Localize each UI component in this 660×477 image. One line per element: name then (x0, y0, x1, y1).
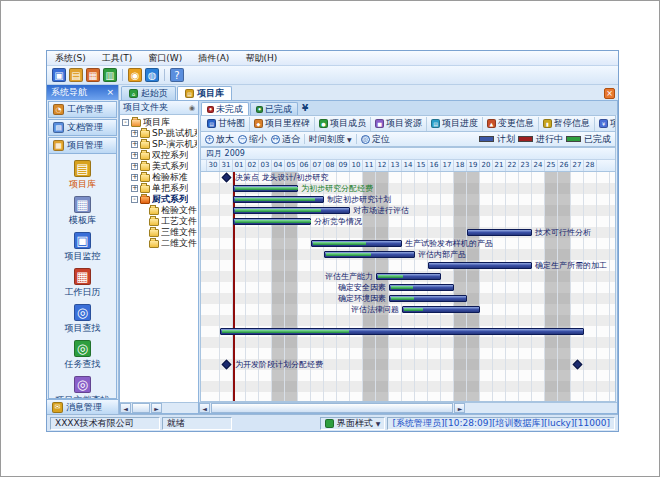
filter-tab[interactable]: ●未完成 (201, 102, 249, 115)
help-icon[interactable]: ? (170, 68, 184, 82)
chart-icon[interactable]: ▥ (103, 68, 117, 82)
view-button[interactable]: ▮暂停信息 (539, 117, 595, 131)
zoom-out-button[interactable]: − 缩小 (238, 133, 267, 146)
sidebar-group[interactable]: ▤文档管理 (48, 119, 117, 136)
gantt-bar-progress (391, 297, 414, 300)
folder-icon[interactable]: ▤ (69, 68, 83, 82)
filter-tab[interactable]: ●已完成 (250, 102, 298, 115)
gantt-bar[interactable] (233, 196, 324, 203)
gantt-scroll-thumb[interactable] (211, 403, 453, 413)
sidebar-item[interactable]: ▦模板库 (69, 196, 96, 227)
sidebar-group[interactable]: ◔工作管理 (48, 101, 117, 118)
view-button[interactable]: ◆项目里程碑 (250, 117, 315, 131)
sidebar-item[interactable]: ▤项目库 (69, 160, 96, 191)
gantt-bar[interactable] (389, 295, 467, 302)
session-info: [系统管理员][10:28:09][培训数据库][lucky][11000] (387, 417, 615, 430)
sidebar-item[interactable]: ▣项目监控 (65, 232, 101, 263)
view-button-label: 甘特图 (218, 117, 245, 130)
document-tab[interactable]: ⌂起始页 (121, 86, 176, 100)
gantt-bar[interactable] (428, 262, 532, 269)
day-cell: 31 (220, 160, 233, 171)
task-label: 评估法律问题 (351, 305, 399, 314)
style-selector[interactable]: 界面样式 ▼ (320, 417, 386, 430)
locate-button[interactable]: ◎ 定位 (361, 133, 390, 146)
change-icon: ▲ (487, 119, 496, 128)
tree-scrollbar[interactable]: ◄ ► (120, 402, 198, 413)
day-cell: 05 (285, 160, 298, 171)
view-button[interactable]: ▤甘特图 (203, 117, 250, 131)
menu-item[interactable]: 窗口(W) (140, 51, 190, 66)
message-management-tab[interactable]: ✉ 消息管理 (47, 399, 118, 414)
project-folder-panel: 项目文件夹 ◉ -项目库+SP-跳试机系+SP-演示机系+双控系列+美式系列+检… (120, 101, 199, 413)
gantt-bar[interactable] (324, 251, 415, 258)
menu-item[interactable]: 工具(T) (94, 51, 141, 66)
view-button[interactable]: ■项目资源 (371, 117, 427, 131)
tree-expander-icon[interactable]: + (131, 130, 138, 137)
tree-expander-icon[interactable]: + (131, 152, 138, 159)
status-bar: XXXX技术有限公司 就绪 界面样式 ▼ [系统管理员][10:28:09][培… (47, 414, 618, 431)
tree-node[interactable]: 二维文件 (121, 238, 197, 249)
gantt-bar[interactable] (467, 229, 532, 236)
close-icon[interactable]: × (106, 88, 114, 97)
tree-expander-icon[interactable]: + (131, 174, 138, 181)
tab-label: 起始页 (141, 87, 168, 100)
tree-expander-icon[interactable]: + (131, 141, 138, 148)
tree-expander-icon[interactable]: - (131, 196, 138, 203)
menu-item[interactable]: 插件(A) (190, 51, 237, 66)
menu-item[interactable]: 系统(S) (47, 51, 94, 66)
time-scale-dropdown[interactable]: 时间刻度 ▼ (309, 133, 352, 146)
day-cell: 14 (402, 160, 415, 171)
message-tab-label: 消息管理 (66, 401, 102, 414)
day-cell: 19 (467, 160, 480, 171)
document-tab[interactable]: ▤项目库 (177, 86, 232, 100)
tree-expander-icon[interactable]: + (131, 185, 138, 192)
gantt-bar[interactable] (233, 185, 298, 192)
sidebar-group[interactable]: ▦项目管理 (48, 137, 117, 154)
folder-icon (149, 229, 159, 237)
toolbar: ▣▤▦▥◉◍? (47, 66, 618, 85)
month-label: 四月 2009 (206, 148, 245, 159)
tree-expander-icon[interactable]: + (131, 163, 138, 170)
gantt-bar[interactable] (376, 273, 441, 280)
scroll-left-icon[interactable]: ◄ (120, 403, 131, 413)
scroll-right-icon[interactable]: ► (151, 403, 162, 413)
gantt-bar[interactable] (389, 284, 454, 291)
calendar-icon[interactable]: ▦ (86, 68, 100, 82)
pushpin-icon[interactable]: ◉ (189, 104, 195, 112)
zoom-in-button[interactable]: + 放大 (205, 133, 234, 146)
chevron-down-icon: ▼ (347, 136, 352, 143)
globe-icon[interactable]: ◍ (145, 68, 159, 82)
scroll-right-icon[interactable]: ► (454, 403, 465, 413)
tree-scroll-thumb[interactable] (132, 403, 150, 413)
gantt-bar[interactable] (402, 306, 480, 313)
currency-button[interactable]: ¥ (302, 103, 308, 113)
sidebar-item-label: 模板库 (69, 214, 96, 227)
gantt-bar[interactable] (311, 240, 402, 247)
gantt-bar[interactable] (233, 207, 350, 214)
view-button[interactable]: ●项目成员 (315, 117, 371, 131)
task-label: 对市场进行评估 (353, 206, 409, 215)
view-button[interactable]: ▲变更信息 (483, 117, 539, 131)
lock-icon[interactable]: ◉ (128, 68, 142, 82)
sidebar-item[interactable]: ▦工作日历 (65, 268, 101, 299)
sidebar-item[interactable]: ◎项目文档查找 (56, 376, 110, 399)
sidebar-item-label: 项目库 (69, 178, 96, 191)
fit-button[interactable]: ↔ 适合 (271, 133, 300, 146)
gantt-scrollbar[interactable]: ◄ ► (199, 402, 617, 413)
view-button[interactable]: ¥项目预算 (595, 117, 616, 131)
sidebar-item[interactable]: ◎项目查找 (65, 304, 101, 335)
task-label: 为初步研究分配经费 (301, 184, 373, 193)
gantt-bar[interactable] (220, 328, 584, 335)
gantt-toolbar: + 放大 − 缩小 ↔ 适合 (200, 132, 616, 147)
day-cell: 10 (350, 160, 363, 171)
window-icon[interactable]: ▣ (52, 68, 66, 82)
message-icon: ✉ (52, 402, 63, 413)
menu-item[interactable]: 帮助(H) (237, 51, 285, 66)
view-button[interactable]: ▤项目进度 (427, 117, 483, 131)
tree-expander-icon[interactable]: - (122, 119, 129, 126)
sidebar-item[interactable]: ◎任务查找 (65, 340, 101, 371)
gantt-bar[interactable] (233, 218, 311, 225)
view-button-label: 项目成员 (330, 117, 366, 130)
scroll-left-icon[interactable]: ◄ (199, 403, 210, 413)
close-tab-icon[interactable]: × (604, 88, 615, 99)
